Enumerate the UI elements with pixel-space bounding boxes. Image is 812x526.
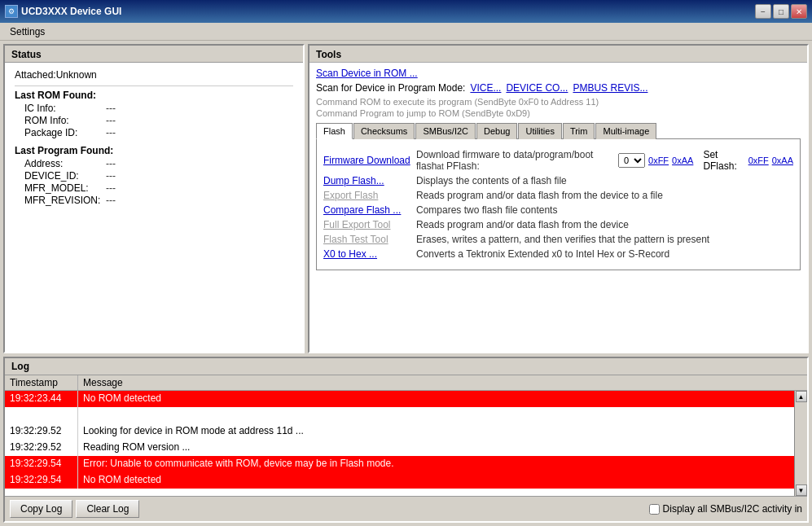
log-message: Looking for device in ROM mode at addres… — [78, 423, 794, 440]
log-message: Error: Unable to communicate with ROM, d… — [78, 456, 794, 472]
x0-hex-desc: Converts a Tektronix Extended x0 to Inte… — [416, 248, 669, 260]
scroll-track — [797, 402, 806, 484]
tools-tabs: Flash Checksums SMBus/I2C Debug Utilitie… — [316, 123, 801, 270]
close-button[interactable]: ✕ — [791, 4, 807, 19]
log-with-scroll: 19:32:23.44No ROM detected19:32:29.52Loo… — [5, 391, 807, 496]
last-program-title: Last Program Found: — [15, 145, 293, 156]
flash-test-link[interactable]: Flash Test Tool — [323, 234, 413, 245]
display-all-checkbox[interactable] — [649, 504, 660, 515]
scan-program-row: Scan for Device in Program Mode: VICE...… — [316, 82, 801, 94]
mfr-model-value: --- — [106, 182, 116, 194]
tab-smbus-i2c[interactable]: SMBus/I2C — [415, 123, 476, 139]
dflash-hex2[interactable]: 0xAA — [772, 156, 793, 165]
compare-flash-row: Compare Flash ... Compares two flash fil… — [323, 204, 793, 216]
pmbus-revis-link[interactable]: PMBUS REVIS... — [573, 82, 647, 94]
scan-desc: Scan for Device in Program Mode: — [316, 82, 465, 94]
log-entry: 19:32:29.54Error: Unable to communicate … — [5, 456, 794, 472]
log-section: Log Timestamp Message 19:32:23.44No ROM … — [3, 357, 809, 523]
scrollbar[interactable]: ▲ ▼ — [794, 391, 807, 496]
main-content: Status Attached:Unknown Last ROM Found: … — [0, 41, 812, 526]
log-entry — [5, 407, 794, 423]
pflash-select[interactable]: 0 — [618, 153, 645, 168]
scroll-down-btn[interactable]: ▼ — [796, 484, 807, 496]
scan-device-link[interactable]: Scan Device in ROM ... — [316, 68, 418, 79]
log-entry: 19:32:29.54No ROM detected — [5, 472, 794, 489]
cmd-rom-text2: Command Program to jump to ROM (SendByte… — [316, 108, 530, 118]
status-attached: Attached:Unknown — [15, 69, 293, 86]
package-id-row: Package ID: --- — [15, 127, 293, 138]
title-bar: ⚙ UCD3XXX Device GUI − □ ✕ — [0, 0, 812, 23]
col-timestamp: Timestamp — [5, 375, 78, 390]
address-label: Address: — [24, 158, 106, 169]
status-content: Attached:Unknown Last ROM Found: IC Info… — [5, 63, 303, 219]
firmware-download-link[interactable]: Firmware Download — [323, 155, 413, 166]
log-timestamp — [5, 407, 78, 423]
clear-log-button[interactable]: Clear Log — [76, 500, 139, 518]
tab-checksums[interactable]: Checksums — [353, 123, 415, 139]
log-message: Reading ROM version ... — [78, 440, 794, 456]
mfr-model-row: MFR_MODEL: --- — [15, 182, 293, 194]
display-all-checkbox-area: Display all SMBus/I2C activity in — [649, 503, 802, 515]
mfr-revision-row: MFR_REVISION: --- — [15, 195, 293, 206]
dump-flash-link[interactable]: Dump Flash... — [323, 175, 413, 186]
full-export-link[interactable]: Full Export Tool — [323, 219, 413, 230]
dflash-hex1[interactable]: 0xFF — [748, 156, 769, 165]
export-flash-link[interactable]: Export Flash — [323, 190, 413, 201]
device-id-row: DEVICE_ID: --- — [15, 170, 293, 182]
last-rom-title: Last ROM Found: — [15, 90, 293, 101]
copy-log-button[interactable]: Copy Log — [10, 500, 72, 518]
log-entry: 19:32:29.52Looking for device in ROM mod… — [5, 423, 794, 440]
export-flash-row: Export Flash Reads program and/or data f… — [323, 190, 793, 201]
log-entry: 19:32:29.52Reading ROM version ... — [5, 440, 794, 456]
tab-debug[interactable]: Debug — [476, 123, 517, 139]
export-flash-desc: Reads program and/or data flash from the… — [416, 190, 663, 201]
log-timestamp: 19:32:23.44 — [5, 391, 78, 407]
log-message: No ROM detected — [78, 391, 794, 407]
mfr-revision-label: MFR_REVISION: — [24, 195, 106, 206]
compare-flash-link[interactable]: Compare Flash ... — [323, 204, 413, 216]
pflash-hex1[interactable]: 0xFF — [648, 156, 669, 165]
tab-multi-image[interactable]: Multi-image — [595, 123, 656, 139]
display-all-label: Display all SMBus/I2C activity in — [663, 503, 802, 515]
minimize-button[interactable]: − — [755, 4, 771, 19]
firmware-download-desc: Download firmware to data/program/boot f… — [416, 149, 615, 172]
pflash-hex2[interactable]: 0xAA — [672, 156, 693, 165]
cmd-rom-row2: Command Program to jump to ROM (SendByte… — [316, 108, 801, 118]
window-title: UCD3XXX Device GUI — [21, 6, 752, 17]
device-id-label: DEVICE_ID: — [24, 170, 106, 182]
rom-info-label: ROM Info: — [24, 115, 106, 126]
window-controls: − □ ✕ — [755, 4, 807, 19]
menu-bar: Settings — [0, 23, 812, 41]
mfr-revision-value: --- — [106, 195, 116, 206]
log-timestamp: 19:32:29.52 — [5, 440, 78, 456]
log-entries: 19:32:23.44No ROM detected19:32:29.52Loo… — [5, 391, 794, 496]
address-row: Address: --- — [15, 158, 293, 169]
set-dflash-label: Set DFlash: — [703, 149, 744, 172]
scan-row: Scan Device in ROM ... — [316, 68, 801, 79]
ic-info-value: --- — [106, 103, 116, 114]
x0-hex-link[interactable]: X0 to Hex ... — [323, 248, 413, 260]
compare-flash-desc: Compares two flash file contents — [416, 204, 557, 216]
tab-utilities[interactable]: Utilities — [518, 123, 561, 139]
log-timestamp: 19:32:29.54 — [5, 472, 78, 489]
log-timestamp: 19:32:29.52 — [5, 423, 78, 440]
flash-tab-content: Firmware Download Download firmware to d… — [316, 138, 801, 270]
flash-test-row: Flash Test Tool Erases, writes a pattern… — [323, 234, 793, 245]
scroll-up-btn[interactable]: ▲ — [796, 391, 807, 402]
maximize-button[interactable]: □ — [773, 4, 789, 19]
app-icon: ⚙ — [5, 5, 18, 18]
status-panel: Status Attached:Unknown Last ROM Found: … — [3, 44, 305, 353]
vice-link[interactable]: VICE... — [470, 82, 501, 94]
ic-info-label: IC Info: — [24, 103, 106, 114]
log-header: Log — [5, 358, 807, 375]
package-id-value: --- — [106, 127, 116, 138]
tab-trim[interactable]: Trim — [563, 123, 595, 139]
settings-menu[interactable]: Settings — [3, 24, 51, 39]
ic-info-row: IC Info: --- — [15, 103, 293, 114]
full-export-row: Full Export Tool Reads program and/or da… — [323, 219, 793, 230]
device-co-link[interactable]: DEVICE CO... — [506, 82, 568, 94]
flash-test-desc: Erases, writes a pattern, and then verif… — [416, 234, 709, 245]
firmware-download-row: Firmware Download Download firmware to d… — [323, 149, 793, 172]
cmd-rom-row1: Command ROM to execute its program (Send… — [316, 97, 801, 107]
tab-flash[interactable]: Flash — [316, 123, 353, 139]
